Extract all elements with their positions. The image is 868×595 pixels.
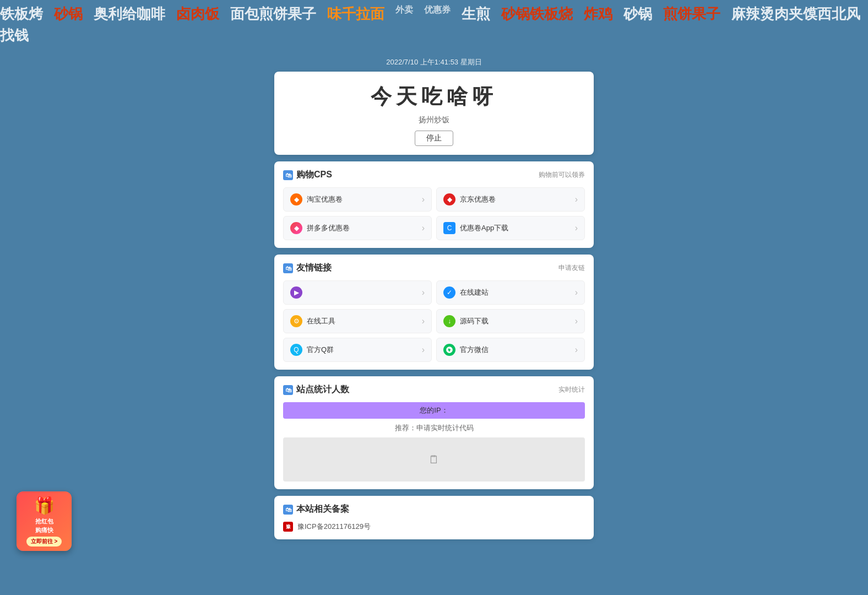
pdd-link[interactable]: ◆ 拼多多优惠卷 ›: [283, 216, 432, 240]
qq-group-link[interactable]: Q 官方Q群 ›: [283, 338, 432, 362]
online-site-label: 在线建站: [460, 288, 489, 298]
friend-links-action[interactable]: 申请友链: [558, 263, 585, 273]
jd-label: 京东优惠卷: [460, 194, 496, 204]
coupon-app-label: 优惠卷App下载: [460, 223, 508, 233]
qq-group-label: 官方Q群: [307, 345, 334, 355]
main-content: 今天吃啥呀 扬州炒饭 停止 🛍 购物CPS 购物前可以领券 ◆ 淘宝优惠卷 ›: [274, 72, 594, 539]
food-marquee: 铁板烤 砂锅 奥利给咖啡 卤肉饭 面包煎饼果子 味千拉面 外卖 优惠券 生煎 砂…: [0, 0, 868, 61]
source-download-link[interactable]: ↓ 源码下载 ›: [436, 309, 585, 333]
shopping-icon: 🛍: [283, 170, 293, 180]
shopping-cps-title: 🛍 购物CPS: [283, 169, 332, 181]
online-site-link[interactable]: ✓ 在线建站 ›: [436, 280, 585, 305]
online-tools-link[interactable]: ⚙ 在线工具 ›: [283, 309, 432, 333]
icp-number: 豫ICP备2021176129号: [297, 522, 371, 532]
video-icon: ▶: [290, 286, 302, 299]
stats-title: 🛍 站点统计人数: [283, 384, 349, 396]
coupon-app-link[interactable]: C 优惠卷App下载 ›: [436, 216, 585, 240]
ip-bar: 您的IP：: [283, 402, 585, 419]
shopping-cps-header: 🛍 购物CPS 购物前可以领券: [283, 169, 585, 181]
qq-group-icon: Q: [290, 344, 302, 356]
jd-icon: ◆: [443, 193, 455, 205]
video-link[interactable]: ▶ ›: [283, 280, 432, 305]
taobao-label: 淘宝优惠卷: [307, 194, 343, 204]
shopping-cps-card: 🛍 购物CPS 购物前可以领券 ◆ 淘宝优惠卷 › ◆ 京东优惠卷 ›: [274, 161, 594, 248]
icp-badge: 豫: [283, 522, 293, 532]
shopping-cps-grid: ◆ 淘宝优惠卷 › ◆ 京东优惠卷 › ◆ 拼多多优惠卷 ›: [283, 187, 585, 240]
pdd-arrow-icon: ›: [422, 223, 425, 233]
stop-button[interactable]: 停止: [415, 131, 453, 146]
coupon-app-arrow-icon: ›: [575, 223, 578, 233]
taobao-icon: ◆: [290, 193, 302, 205]
friend-links-grid: ▶ › ✓ 在线建站 › ⚙ 在线工具 ›: [283, 280, 585, 362]
red-packet-ad[interactable]: 🎁 抢红包 购痛快 立即前往 >: [17, 491, 72, 551]
stats-card: 🛍 站点统计人数 实时统计 您的IP： 推荐：申请实时统计代码 🗒: [274, 376, 594, 489]
coupon-app-icon: C: [443, 222, 455, 234]
shopping-cps-action[interactable]: 购物前可以领券: [539, 170, 585, 180]
icp-section: 🛍 本站相关备案 豫 豫ICP备2021176129号: [274, 496, 594, 539]
marquee-row-2: 找钱: [0, 26, 868, 45]
online-tools-label: 在线工具: [307, 316, 335, 326]
jd-link[interactable]: ◆ 京东优惠卷 ›: [436, 187, 585, 212]
pdd-icon: ◆: [290, 222, 302, 234]
red-packet-text: 抢红包 购痛快: [21, 517, 67, 534]
stats-placeholder: 🗒: [283, 437, 585, 482]
taobao-arrow-icon: ›: [422, 194, 425, 204]
date-text: 2022/7/10 上午1:41:53 星期日: [386, 58, 481, 66]
date-bar: 2022/7/10 上午1:41:53 星期日: [0, 55, 868, 69]
wechat-icon: [443, 344, 455, 356]
taobao-link[interactable]: ◆ 淘宝优惠卷 ›: [283, 187, 432, 212]
pdd-label: 拼多多优惠卷: [307, 223, 350, 233]
friend-links-card: 🛍 友情链接 申请友链 ▶ › ✓ 在线建站 ›: [274, 255, 594, 370]
icp-item[interactable]: 豫 豫ICP备2021176129号: [283, 522, 585, 532]
online-site-arrow-icon: ›: [575, 288, 578, 298]
wechat-label: 官方微信: [460, 345, 489, 355]
qq-group-arrow-icon: ›: [422, 345, 425, 355]
red-packet-button[interactable]: 立即前往 >: [26, 537, 62, 547]
eat-result: 扬州炒饭: [285, 115, 583, 125]
video-arrow-icon: ›: [422, 288, 425, 298]
online-site-icon: ✓: [443, 286, 455, 299]
red-packet-icon: 🎁: [21, 496, 67, 515]
online-tools-arrow-icon: ›: [422, 316, 425, 326]
stats-action[interactable]: 实时统计: [558, 385, 585, 394]
source-download-icon: ↓: [443, 315, 455, 327]
stats-file-icon: 🗒: [428, 453, 440, 466]
stats-header: 🛍 站点统计人数 实时统计: [283, 384, 585, 396]
icp-header: 🛍 本站相关备案: [283, 504, 585, 515]
friend-links-header: 🛍 友情链接 申请友链: [283, 262, 585, 274]
stats-icon: 🛍: [283, 385, 293, 395]
source-download-arrow-icon: ›: [575, 316, 578, 326]
wechat-arrow-icon: ›: [575, 345, 578, 355]
wechat-link[interactable]: 官方微信 ›: [436, 338, 585, 362]
friend-links-icon: 🛍: [283, 263, 293, 273]
recommend-text: 推荐：申请实时统计代码: [283, 423, 585, 433]
friend-links-title: 🛍 友情链接: [283, 262, 332, 274]
marquee-row-1: 铁板烤 砂锅 奥利给咖啡 卤肉饭 面包煎饼果子 味千拉面 外卖 优惠券 生煎 砂…: [0, 4, 868, 24]
eat-card: 今天吃啥呀 扬州炒饭 停止: [274, 72, 594, 155]
source-download-label: 源码下载: [460, 316, 489, 326]
jd-arrow-icon: ›: [575, 194, 578, 204]
online-tools-icon: ⚙: [290, 315, 302, 327]
eat-title: 今天吃啥呀: [285, 83, 583, 111]
icp-section-icon: 🛍: [283, 505, 293, 515]
